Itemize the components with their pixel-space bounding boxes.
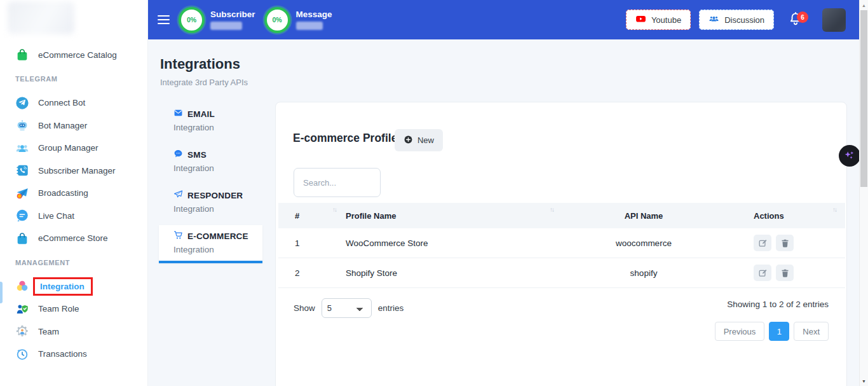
show-label: Show bbox=[294, 303, 315, 313]
sidebar-item-label: eCommerce Store bbox=[38, 233, 108, 243]
sidebar-item-label: Team Role bbox=[38, 304, 79, 314]
sidebar-item-integration[interactable]: Integration bbox=[0, 275, 147, 298]
subnav-title: RESPONDER bbox=[187, 191, 243, 200]
edit-button[interactable] bbox=[754, 265, 771, 281]
edit-button[interactable] bbox=[754, 235, 771, 251]
column-header-profile-name[interactable]: Profile Name bbox=[329, 211, 558, 221]
paper-plane-badge-icon bbox=[15, 186, 29, 200]
current-page-button[interactable]: 1 bbox=[769, 322, 789, 341]
delete-button[interactable] bbox=[776, 265, 794, 281]
subnav-item-email[interactable]: EMAIL Integration bbox=[159, 103, 262, 139]
clock-history-icon bbox=[15, 347, 29, 361]
person-shield-icon bbox=[15, 302, 29, 316]
color-circles-icon bbox=[15, 279, 29, 293]
app-logo bbox=[8, 1, 74, 34]
sidebar-item-label: Subscriber Manager bbox=[38, 166, 116, 176]
sidebar-item-bot-manager[interactable]: Bot Manager bbox=[0, 114, 147, 137]
column-header-actions[interactable]: Actions bbox=[729, 211, 845, 221]
message-stat-value-blurred bbox=[296, 22, 323, 30]
subscriber-stat: 0% Subscriber bbox=[179, 7, 255, 33]
panel-title: E-commerce Profile bbox=[293, 132, 397, 145]
pagination: Previous 1 Next bbox=[715, 322, 829, 341]
sidebar-item-ecommerce-store[interactable]: eCommerce Store bbox=[0, 227, 147, 250]
sort-icon[interactable]: ↑↓ bbox=[332, 206, 336, 213]
sidebar-item-transactions[interactable]: Transactions bbox=[0, 343, 147, 366]
sidebar: eCommerce Catalog TELEGRAM Connect Bot B… bbox=[0, 0, 148, 386]
trash-icon bbox=[780, 238, 790, 248]
subnav-subtitle: Integration bbox=[173, 204, 262, 214]
new-button[interactable]: New bbox=[395, 129, 443, 151]
sidebar-item-team-role[interactable]: Team Role bbox=[0, 298, 147, 321]
vertical-scrollbar[interactable]: ▲ ▼ bbox=[859, 0, 868, 386]
discussion-button-label: Discussion bbox=[724, 15, 764, 25]
sort-icon[interactable]: ↑↓ bbox=[550, 206, 553, 213]
row-api-name: woocommerce bbox=[558, 238, 729, 248]
subnav-subtitle: Integration bbox=[173, 245, 262, 254]
profiles-table: # Profile Name API Name Actions ↑↓ ↑↓ ↑↓… bbox=[278, 203, 845, 288]
user-avatar[interactable] bbox=[822, 8, 846, 32]
page-size-select[interactable]: 5 bbox=[322, 298, 372, 318]
contact-book-icon bbox=[15, 163, 29, 177]
ecommerce-profile-card: E-commerce Profile New # Profile Name AP… bbox=[275, 102, 847, 386]
sidebar-section-telegram: TELEGRAM bbox=[15, 75, 147, 83]
subscriber-progress-ring: 0% bbox=[179, 7, 205, 33]
page-subtitle: Integrate 3rd Party APIs bbox=[160, 78, 248, 87]
sidebar-item-connect-bot[interactable]: Connect Bot bbox=[0, 92, 147, 114]
blue-bag-icon bbox=[15, 231, 29, 245]
subnav-item-sms[interactable]: SMS Integration bbox=[159, 144, 262, 179]
row-index: 1 bbox=[278, 238, 329, 248]
sidebar-item-broadcasting[interactable]: Broadcasting bbox=[0, 182, 147, 205]
page-title: Integrations bbox=[160, 56, 240, 72]
main-content: Integrations Integrate 3rd Party APIs EM… bbox=[148, 39, 859, 386]
column-header-api-name[interactable]: API Name bbox=[558, 211, 729, 221]
robot-icon bbox=[15, 118, 29, 132]
youtube-button[interactable]: Youtube bbox=[626, 10, 691, 30]
green-bag-icon bbox=[15, 48, 29, 62]
ai-assistant-button[interactable] bbox=[839, 145, 860, 167]
sidebar-item-ecommerce-catalog[interactable]: eCommerce Catalog bbox=[0, 43, 147, 66]
discussion-button[interactable]: Discussion bbox=[699, 10, 774, 30]
subnav-subtitle: Integration bbox=[173, 163, 262, 173]
sms-icon bbox=[173, 149, 183, 161]
sidebar-item-live-chat[interactable]: Live Chat bbox=[0, 205, 147, 228]
scrollbar-up-arrow[interactable]: ▲ bbox=[860, 1, 868, 10]
subnav-item-ecommerce[interactable]: E-COMMERCE Integration bbox=[159, 225, 262, 263]
edit-icon bbox=[758, 238, 768, 248]
sidebar-item-label: Live Chat bbox=[38, 211, 74, 221]
row-profile-name: Shopify Store bbox=[329, 268, 558, 278]
people-group-icon bbox=[15, 141, 29, 155]
column-header-index[interactable]: # bbox=[278, 211, 329, 221]
row-index: 2 bbox=[278, 268, 329, 278]
scrollbar-thumb[interactable] bbox=[860, 10, 867, 187]
sidebar-item-group-manager[interactable]: Group Manager bbox=[0, 137, 147, 160]
users-icon bbox=[709, 13, 719, 26]
table-header-row: # Profile Name API Name Actions ↑↓ ↑↓ ↑↓ bbox=[278, 203, 845, 228]
notification-bell-icon[interactable]: 6 bbox=[785, 9, 806, 31]
search-input[interactable] bbox=[294, 168, 381, 197]
message-progress-ring: 0% bbox=[264, 7, 290, 33]
sidebar-item-label: Integration bbox=[40, 282, 85, 291]
integration-subnav: EMAIL Integration SMS Integration RESPON… bbox=[159, 103, 262, 268]
previous-page-button[interactable]: Previous bbox=[715, 322, 765, 341]
telegram-plane-icon bbox=[15, 96, 29, 110]
subnav-item-responder[interactable]: RESPONDER Integration bbox=[159, 184, 262, 220]
sidebar-item-team[interactable]: Team bbox=[0, 321, 147, 343]
table-row: 1 WooCommerce Store woocommerce bbox=[278, 228, 845, 258]
scrollbar-down-arrow[interactable]: ▼ bbox=[860, 376, 868, 385]
new-button-label: New bbox=[417, 135, 434, 145]
youtube-icon bbox=[635, 13, 646, 26]
sidebar-item-label: Group Manager bbox=[38, 143, 98, 153]
subnav-subtitle: Integration bbox=[173, 123, 262, 132]
gear-person-icon bbox=[15, 324, 29, 338]
delete-button[interactable] bbox=[776, 235, 794, 251]
send-icon bbox=[173, 190, 183, 202]
message-stat: 0% Message bbox=[264, 7, 332, 33]
subnav-title: EMAIL bbox=[187, 109, 215, 119]
hamburger-menu-icon[interactable] bbox=[158, 15, 170, 24]
sidebar-item-subscriber-manager[interactable]: Subscriber Manager bbox=[0, 160, 147, 183]
subnav-title: SMS bbox=[187, 150, 207, 160]
sort-icon[interactable]: ↑↓ bbox=[832, 206, 836, 213]
next-page-button[interactable]: Next bbox=[794, 322, 829, 341]
sidebar-item-label: Bot Manager bbox=[38, 121, 87, 130]
sidebar-item-label: eCommerce Catalog bbox=[38, 50, 117, 60]
